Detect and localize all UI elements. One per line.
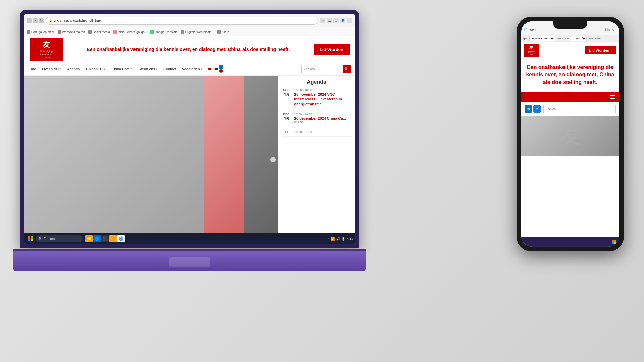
nav-over-vnc[interactable]: Over VNC ▾ bbox=[39, 66, 64, 72]
search-input[interactable] bbox=[301, 65, 341, 73]
taskbar-app-browser2[interactable]: 🔶 bbox=[109, 235, 117, 242]
bookmark-alle[interactable]: Alle b... bbox=[217, 30, 232, 34]
star-icon[interactable]: ☆ bbox=[320, 18, 325, 23]
next-arrow-icon[interactable]: › bbox=[270, 157, 276, 162]
bookmark-label: Inicio - ePortugal.go... bbox=[118, 30, 147, 34]
phone-vnc-logo-symbol: 友 bbox=[529, 45, 533, 51]
agenda-event-title-2: 16 december 2024 China Ca... bbox=[294, 116, 352, 121]
agenda-date-1: nov 15 bbox=[281, 88, 291, 106]
bookmark-label: Website's maken bbox=[62, 30, 85, 34]
lock-icon: 🔒 bbox=[49, 19, 52, 22]
taskbar-search-text: Zoeken bbox=[44, 237, 55, 241]
phone-lid-worden-button[interactable]: Lid Worden » bbox=[585, 46, 616, 54]
phone-body: 📄 Webl Inicio - s... ger: iPhone 12 Pro … bbox=[517, 17, 624, 251]
hero-image-1: 友 chakelen naar Josephina Christina Beli… bbox=[24, 76, 204, 243]
phone-search-input[interactable] bbox=[543, 105, 616, 113]
nav-steun-ons[interactable]: Steun ons ▾ bbox=[136, 66, 160, 72]
zoom-select[interactable]: 100% bbox=[571, 36, 587, 41]
lid-worden-button[interactable]: Lid Worden bbox=[314, 44, 350, 55]
page-icon bbox=[113, 30, 117, 34]
bookmark-portugal[interactable]: Portugal en meer bbox=[27, 30, 54, 34]
profile-icon[interactable]: 👤 bbox=[340, 18, 345, 23]
back-icon[interactable]: ‹ bbox=[27, 18, 32, 23]
nav-home[interactable]: me bbox=[28, 66, 39, 72]
agenda-date-2: dec 16 bbox=[281, 113, 291, 124]
agenda-time-3: 19:30 - 21:00 bbox=[294, 130, 352, 134]
forward-icon[interactable]: › bbox=[33, 18, 38, 23]
phone-device: 📄 Webl Inicio - s... ger: iPhone 12 Pro … bbox=[517, 17, 624, 251]
browser-actions: ☆ ☁ ⊡ 👤 ⋮ bbox=[320, 18, 352, 23]
laptop-device: ‹ › ↻ 🔒 vnc-china.nl/?switched_off=true … bbox=[13, 10, 366, 272]
phone-website: 友 Vereniging Nederland China Lid Worden … bbox=[521, 42, 619, 247]
nav-chinanuw[interactable]: ChinaNU+ ▾ bbox=[83, 66, 108, 72]
agenda-info-1: 15:00 - 18:00 15 november 2024 VNC Maste… bbox=[294, 88, 352, 106]
agenda-price-2: €12.50 bbox=[294, 121, 352, 124]
volume-icon: 🔊 bbox=[336, 237, 340, 241]
device-label: ger: bbox=[523, 37, 528, 40]
phone-vnc-logo-text: Vereniging Nederland China bbox=[528, 51, 535, 55]
phone-social-search: in f bbox=[521, 102, 619, 116]
nav-agenda[interactable]: Agenda bbox=[64, 66, 83, 72]
bookmark-label: Portugal en meer bbox=[31, 30, 54, 34]
phone-hero-image: 友 bbox=[521, 116, 619, 156]
chevron-down-icon: ▾ bbox=[130, 67, 132, 71]
bookmark-label: Social media bbox=[93, 30, 110, 34]
bookmark-websites[interactable]: Website's maken bbox=[58, 30, 85, 34]
phone-vnc-logo: 友 Vereniging Nederland China bbox=[524, 44, 539, 57]
taskbar-corner-label: Chiava fraca A norte bbox=[85, 238, 98, 244]
agenda-day-1: 15 bbox=[281, 92, 291, 97]
account-icon[interactable]: ☁ bbox=[327, 18, 332, 23]
vnc-nav: me Over VNC ▾ Agenda ChinaNU+ ▾ China Ca… bbox=[24, 63, 355, 76]
menu-icon[interactable]: ⋮ bbox=[347, 18, 352, 23]
social-icon[interactable] bbox=[219, 69, 223, 73]
hamburger-line bbox=[610, 98, 615, 99]
height-label: 844 bbox=[565, 37, 569, 40]
vnc-logo-text: Vereniging Nederland China bbox=[40, 50, 53, 59]
reload-icon[interactable]: ↻ bbox=[39, 18, 44, 23]
windows-icon bbox=[28, 236, 33, 241]
nav-contact[interactable]: Contact bbox=[161, 66, 179, 72]
chevron-down-icon: ▾ bbox=[104, 67, 105, 71]
taskbar-app-terminal[interactable]: ⬛ bbox=[101, 235, 109, 242]
bookmark-translate[interactable]: Google Translate bbox=[150, 30, 178, 34]
linkedin-icon[interactable]: in bbox=[525, 105, 532, 113]
phone-windows-icon bbox=[612, 240, 616, 244]
chevron-down-icon: ▾ bbox=[156, 67, 157, 71]
vnc-tagline: Een onafhankelijke vereniging die kennis… bbox=[70, 46, 307, 53]
taskbar-search[interactable]: 🔍 Zoeken bbox=[36, 235, 83, 242]
bookmark-digitale[interactable]: Digitale Werkplaats... bbox=[181, 30, 214, 34]
language-flag[interactable] bbox=[208, 68, 218, 70]
nav-china-cafe[interactable]: China Café ▾ bbox=[109, 66, 135, 72]
bookmark-social[interactable]: Social media bbox=[88, 30, 110, 34]
browser-toolbar: ‹ › ↻ 🔒 vnc-china.nl/?switched_off=true … bbox=[24, 14, 355, 27]
laptop-trackpad bbox=[169, 257, 210, 267]
phone-nav-bar bbox=[521, 92, 619, 102]
hamburger-icon[interactable] bbox=[610, 95, 615, 99]
hero-section: 友 chakelen naar Josephina Christina Beli… bbox=[24, 76, 278, 243]
linkedin-icon[interactable] bbox=[219, 65, 223, 69]
taskbar-system: ⌂ 📶 🔊 🔋 4:11 bbox=[327, 237, 353, 241]
search-button[interactable]: 🔍 bbox=[343, 65, 351, 73]
phone-browser-menu[interactable]: Inicio - s... bbox=[603, 28, 616, 32]
nav-social bbox=[219, 65, 223, 73]
nav-voor-leden[interactable]: Voor leden ▾ bbox=[179, 66, 205, 72]
nav-search: 🔍 bbox=[301, 65, 351, 73]
website-content: 友 Vereniging Nederland China Een onafhan… bbox=[24, 36, 355, 244]
extensions-icon[interactable]: ⊡ bbox=[333, 18, 339, 23]
start-button[interactable] bbox=[26, 235, 34, 243]
hero-images: 友 chakelen naar Josephina Christina Beli… bbox=[24, 76, 278, 243]
device-select[interactable]: iPhone 12 Pro bbox=[529, 36, 555, 41]
agenda-day-2: 16 bbox=[281, 116, 291, 121]
agenda-item[interactable]: feb 19:30 - 21:00 bbox=[281, 130, 352, 137]
width-label: 390 bbox=[556, 37, 561, 40]
agenda-item[interactable]: nov 15 15:00 - 18:00 15 november 2024 VN… bbox=[281, 88, 352, 109]
agenda-time-1: 15:00 - 18:00 bbox=[294, 88, 352, 92]
hero-image-2 bbox=[204, 76, 244, 243]
agenda-item[interactable]: dec 16 17:00 - 19:00 16 december 2024 Ch… bbox=[281, 113, 352, 127]
facebook-icon[interactable]: f bbox=[533, 105, 541, 113]
hamburger-line bbox=[610, 97, 615, 97]
network-icon: ⌂ bbox=[327, 237, 329, 241]
bookmark-inicio[interactable]: Inicio - ePortugal.go... bbox=[113, 30, 147, 34]
address-bar[interactable]: 🔒 vnc-china.nl/?switched_off=true bbox=[46, 17, 318, 25]
taskbar-app-chrome[interactable]: 🌀 bbox=[117, 235, 125, 242]
